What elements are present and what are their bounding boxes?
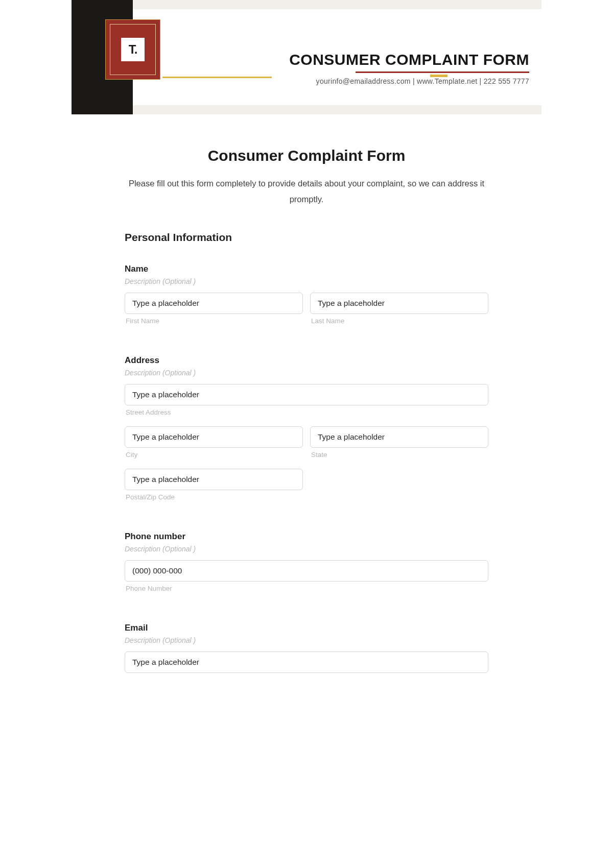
- field-group-phone: Phone number Description (Optional ) Pho…: [125, 532, 488, 599]
- field-group-email: Email Description (Optional ): [125, 623, 488, 673]
- state-sublabel: State: [310, 448, 488, 466]
- phone-number-sublabel: Phone Number: [125, 582, 488, 599]
- section-personal-info: Personal Information: [125, 231, 488, 244]
- street-address-sublabel: Street Address: [125, 405, 488, 423]
- street-address-input[interactable]: [125, 384, 488, 405]
- form-intro: Please fill out this form completely to …: [128, 176, 485, 208]
- header-title: CONSUMER COMPLAINT FORM: [289, 51, 529, 68]
- logo-mark: T.: [121, 38, 145, 61]
- first-name-sublabel: First Name: [125, 314, 303, 332]
- address-label: Address: [125, 355, 488, 366]
- header-rule-red: [356, 71, 529, 73]
- header-rule-group: [289, 71, 529, 73]
- last-name-sublabel: Last Name: [310, 314, 488, 332]
- address-description: Description (Optional ): [125, 369, 488, 377]
- header-contact-line: yourinfo@emailaddress.com | www.Template…: [289, 77, 529, 85]
- email-label: Email: [125, 623, 488, 633]
- header-right: CONSUMER COMPLAINT FORM yourinfo@emailad…: [289, 51, 529, 85]
- header-gold-rule: [162, 77, 272, 78]
- phone-description: Description (Optional ): [125, 545, 488, 553]
- form-body: Consumer Complaint Form Please fill out …: [72, 114, 541, 673]
- header-rule-gold-accent: [430, 75, 447, 77]
- email-description: Description (Optional ): [125, 636, 488, 644]
- city-input[interactable]: [125, 426, 303, 448]
- page: T. CONSUMER COMPLAINT FORM yourinfo@emai…: [72, 0, 541, 673]
- field-group-address: Address Description (Optional ) Street A…: [125, 355, 488, 508]
- logo: T.: [105, 19, 160, 80]
- phone-number-input[interactable]: [125, 560, 488, 582]
- postal-code-input[interactable]: [125, 469, 303, 490]
- logo-frame: T.: [110, 24, 156, 75]
- first-name-input[interactable]: [125, 293, 303, 314]
- city-sublabel: City: [125, 448, 303, 466]
- name-description: Description (Optional ): [125, 277, 488, 285]
- field-group-name: Name Description (Optional ) First Name …: [125, 264, 488, 332]
- email-input[interactable]: [125, 652, 488, 673]
- last-name-input[interactable]: [310, 293, 488, 314]
- document-header: T. CONSUMER COMPLAINT FORM yourinfo@emai…: [72, 0, 541, 114]
- state-input[interactable]: [310, 426, 488, 448]
- form-title: Consumer Complaint Form: [125, 147, 488, 164]
- name-label: Name: [125, 264, 488, 274]
- phone-label: Phone number: [125, 532, 488, 542]
- postal-code-sublabel: Postal/Zip Code: [125, 490, 303, 508]
